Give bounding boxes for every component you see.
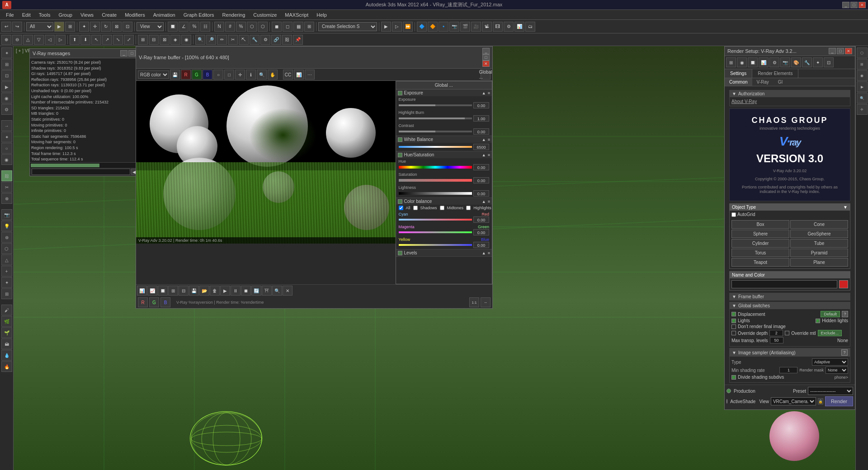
is-help[interactable]: ? (841, 349, 848, 356)
override-mtl-check[interactable] (785, 331, 789, 335)
paint2-tool[interactable]: 🖌 (1, 305, 12, 315)
cc-colorbal-menu[interactable]: ≡ (488, 199, 490, 204)
cc-exposure-track[interactable] (399, 104, 472, 106)
cc-wb-track[interactable] (399, 146, 472, 148)
create-selection-dropdown[interactable]: Create Selection S (318, 22, 377, 31)
select-tool[interactable]: → (1, 120, 12, 131)
otp-teapot[interactable]: Teapot (731, 258, 789, 267)
ri-3[interactable]: ◉ (857, 70, 868, 81)
rs-tab-settings[interactable]: Settings (725, 69, 752, 78)
rs-subtab-common[interactable]: Common (725, 78, 752, 86)
otp-sphere[interactable]: Sphere (731, 230, 789, 238)
tb2-icon10[interactable]: ↗ (102, 35, 112, 45)
rs-subtab-vray[interactable]: V-Ray (752, 78, 774, 86)
cc-levels-expand[interactable]: ▲ (482, 251, 486, 255)
rs-tab-elements[interactable]: Render Elements (752, 69, 798, 78)
tb2-icon7[interactable]: ⬆ (70, 35, 80, 45)
fluid-tool[interactable]: 💧 (1, 350, 12, 361)
tb2-icon11[interactable]: ⤡ (113, 35, 123, 45)
leaf-tool[interactable]: 🌿 (1, 316, 12, 327)
fb-resize-2[interactable]: ↔ (481, 297, 491, 307)
cb-all-check[interactable] (399, 206, 403, 210)
cb-shadows-check[interactable] (413, 206, 418, 210)
icon5[interactable]: ▦ (293, 22, 303, 32)
cc-huesat-expand[interactable]: ▲ (482, 153, 486, 157)
cc-lig-track[interactable] (399, 192, 472, 195)
rs-framebuffer-header[interactable]: ▼ Frame buffer (730, 293, 850, 300)
rs-view-select[interactable]: VRCam_Camera... (771, 397, 816, 405)
render-icon5[interactable]: 🎬 (460, 22, 470, 32)
rs-icon6[interactable]: 📷 (780, 57, 790, 67)
menu-customize[interactable]: Customize (250, 11, 280, 19)
icon6[interactable]: ⊞ (304, 22, 314, 32)
dont-render-check[interactable] (731, 324, 736, 329)
menu-graph-editors[interactable]: Graph Editors (180, 11, 218, 19)
bind-tool[interactable]: ⊗ (1, 193, 12, 204)
shape-tool[interactable]: △ (1, 254, 12, 265)
fb-global-btn[interactable]: Global ... (481, 70, 491, 80)
fb-tb-square[interactable]: □ (224, 70, 234, 80)
ri-2[interactable]: ⊞ (857, 59, 868, 70)
otp-box[interactable]: Box (731, 220, 789, 229)
filter-button[interactable]: ⊞ (65, 22, 75, 32)
fbi-3[interactable]: 🔲 (158, 286, 168, 296)
close-button[interactable]: ✕ (859, 2, 866, 8)
motion-tool[interactable]: ▶ (1, 81, 12, 92)
fbi-9[interactable]: ▶ (220, 286, 230, 296)
is-rendermask-select[interactable]: None (826, 367, 848, 374)
render-icon10[interactable]: 📊 (514, 22, 524, 32)
tb2-icon12[interactable]: ⤢ (124, 35, 134, 45)
fb-tb-r[interactable]: R (181, 70, 191, 80)
tb2-icon1[interactable]: ⊕ (1, 35, 11, 45)
rs-icon4[interactable]: 📊 (759, 57, 769, 67)
render-icon1[interactable]: 🔷 (417, 22, 427, 32)
menu-modifiers[interactable]: Modifiers (121, 11, 149, 19)
modify-tool[interactable]: ⊞ (1, 59, 12, 70)
play-btn[interactable]: ▶ (381, 22, 391, 32)
menu-help[interactable]: Help (313, 11, 330, 19)
otp-pyramid[interactable]: Pyramid (790, 249, 848, 257)
fb-g-btn[interactable]: G (149, 297, 159, 307)
fbi-6[interactable]: 💾 (189, 286, 199, 296)
rs-about-vray[interactable]: About V-Ray (731, 99, 848, 104)
rs-icon3[interactable]: 🔲 (748, 57, 758, 67)
fire-tool[interactable]: 🔥 (1, 361, 12, 372)
tb2-icon6[interactable]: ▷ (56, 35, 66, 45)
otp-geosphere[interactable]: GeoSphere (790, 230, 848, 238)
cc-exposure-check[interactable] (398, 91, 402, 95)
cb-midtones-check[interactable] (440, 206, 444, 210)
color-mode-select[interactable]: RGB color (138, 70, 169, 79)
otp-cone[interactable]: Cone (790, 220, 848, 229)
menu-edit[interactable]: Edit (19, 11, 34, 19)
menu-maxscript[interactable]: MAXScript (281, 11, 312, 19)
create-tool[interactable]: ✦ (1, 47, 12, 58)
particle-tool[interactable]: ✦ (1, 277, 12, 288)
ri-1[interactable]: ⬡ (857, 47, 868, 58)
light-tool[interactable]: 💡 (1, 221, 12, 231)
render-icon3[interactable]: 🔹 (439, 22, 448, 32)
tb2-icon4[interactable]: ▽ (34, 35, 44, 45)
cc-levels-menu[interactable]: ≡ (488, 251, 490, 255)
otp-tube[interactable]: Tube (790, 239, 848, 248)
fb-tb-more[interactable]: ⋯ (305, 70, 315, 80)
tb2-icon14[interactable]: ⊟ (149, 35, 159, 45)
cc-magenta-track[interactable] (399, 231, 472, 233)
scale-tool2[interactable]: ⊡ (123, 22, 132, 32)
helper-tool[interactable]: + (1, 266, 12, 277)
tb2-icon13[interactable]: ⊞ (138, 35, 148, 45)
tb2-icon2[interactable]: ⊖ (12, 35, 22, 45)
fbi-14[interactable]: 🔍 (272, 286, 282, 296)
vray-fb-maximize[interactable]: □ (482, 54, 490, 61)
camera-tool[interactable]: 📷 (1, 209, 12, 220)
vray-fb-close[interactable]: ✕ (482, 61, 490, 67)
override-depth-check[interactable] (731, 331, 736, 335)
space-tool[interactable]: ⊛ (1, 232, 12, 243)
fb-tb-pan[interactable]: ✋ (268, 70, 278, 80)
cc-huesat-menu[interactable]: ≡ (488, 153, 490, 157)
rs-minimize[interactable]: _ (829, 48, 836, 54)
spinner-snap[interactable]: ☷ (200, 22, 210, 32)
cc-cyan-track[interactable] (399, 219, 472, 221)
displacement-help[interactable]: ? (842, 311, 848, 317)
rs-preset-select[interactable]: ----------------- (808, 387, 853, 395)
render-icon7[interactable]: 📽 (482, 22, 492, 32)
